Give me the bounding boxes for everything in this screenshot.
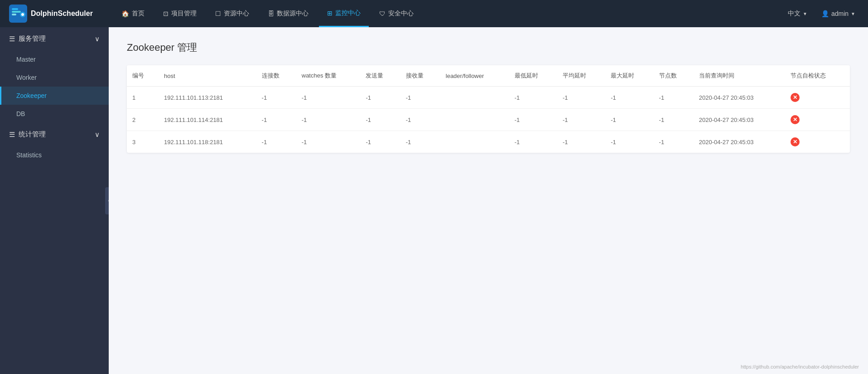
col-id: 编号 <box>127 65 159 87</box>
table-cell: 2020-04-27 20:45:03 <box>694 109 785 131</box>
nav-home[interactable]: 🏠 首页 <box>113 0 153 27</box>
status-cell: ✕ <box>785 109 850 131</box>
zookeeper-table-container: 编号 host 连接数 watches 数量 发送量 接收量 leader/fo… <box>127 65 850 153</box>
col-connections: 连接数 <box>256 65 296 87</box>
nav-monitor-label: 监控中心 <box>335 9 361 17</box>
sidebar-group-service-label: 服务管理 <box>19 34 46 43</box>
nav-monitor[interactable]: ⊞ 监控中心 <box>319 0 369 27</box>
table-cell: 2020-04-27 20:45:03 <box>694 131 785 153</box>
table-body: 1192.111.101.113:2181-1-1-1-1-1-1-1-1202… <box>127 87 850 153</box>
table-cell: 192.111.101.114:2181 <box>159 109 256 131</box>
resource-icon: ☐ <box>215 10 221 17</box>
table-header: 编号 host 连接数 watches 数量 发送量 接收量 leader/fo… <box>127 65 850 87</box>
nav-security-label: 安全中心 <box>388 10 414 18</box>
table-cell: -1 <box>400 87 440 109</box>
menu-icon: ☰ <box>9 35 15 43</box>
sidebar-worker-label: Worker <box>16 74 37 81</box>
zookeeper-table: 编号 host 连接数 watches 数量 发送量 接收量 leader/fo… <box>127 65 850 153</box>
table-cell: -1 <box>360 87 400 109</box>
svg-rect-1 <box>12 8 18 10</box>
user-icon: 👤 <box>821 10 829 17</box>
table-row: 1192.111.101.113:2181-1-1-1-1-1-1-1-1202… <box>127 87 850 109</box>
sidebar-item-worker[interactable]: Worker <box>0 68 109 87</box>
sidebar-item-zookeeper[interactable]: Zookeeper <box>0 87 109 105</box>
project-icon: ⊡ <box>163 10 169 17</box>
sidebar-item-db[interactable]: DB <box>0 105 109 123</box>
table-header-row: 编号 host 连接数 watches 数量 发送量 接收量 leader/fo… <box>127 65 850 87</box>
table-cell: -1 <box>509 131 557 153</box>
col-node-count: 节点数 <box>654 65 694 87</box>
app-name: DolphinScheduler <box>31 10 93 18</box>
table-cell: -1 <box>256 109 296 131</box>
sidebar-master-label: Master <box>16 56 36 63</box>
col-host: host <box>159 65 256 87</box>
status-badge: ✕ <box>791 137 800 146</box>
sidebar: ☰ 服务管理 ∨ Master Worker Zookeeper DB ☰ <box>0 27 109 374</box>
table-cell: -1 <box>654 131 694 153</box>
table-cell: -1 <box>296 109 361 131</box>
sidebar-group-stats-header[interactable]: ☰ 统计管理 ∨ <box>0 123 109 146</box>
table-cell: -1 <box>509 87 557 109</box>
lang-switcher[interactable]: 中文 ▼ <box>784 7 811 20</box>
nav-project[interactable]: ⊡ 项目管理 <box>155 0 205 27</box>
table-cell: -1 <box>605 109 653 131</box>
col-received: 接收量 <box>400 65 440 87</box>
sidebar-group-service-header[interactable]: ☰ 服务管理 ∨ <box>0 27 109 50</box>
col-watches: watches 数量 <box>296 65 361 87</box>
logo-icon <box>9 5 27 23</box>
col-query-time: 当前查询时间 <box>694 65 785 87</box>
sidebar-item-statistics[interactable]: Statistics <box>0 146 109 164</box>
table-cell: -1 <box>654 87 694 109</box>
table-cell: -1 <box>557 87 605 109</box>
nav-right: 中文 ▼ 👤 admin ▼ <box>784 7 859 20</box>
nav-datasource[interactable]: 🗄 数据源中心 <box>260 0 317 27</box>
nav-resource[interactable]: ☐ 资源中心 <box>207 0 257 27</box>
user-dropdown-icon: ▼ <box>851 11 855 16</box>
stats-menu-icon: ☰ <box>9 131 15 139</box>
svg-rect-3 <box>12 14 16 15</box>
sidebar-item-master[interactable]: Master <box>0 50 109 68</box>
table-cell: -1 <box>400 131 440 153</box>
col-status: 节点自检状态 <box>785 65 850 87</box>
logo-area: DolphinScheduler <box>9 5 100 23</box>
col-sent: 发送量 <box>360 65 400 87</box>
status-cell: ✕ <box>785 87 850 109</box>
datasource-icon: 🗄 <box>268 10 274 17</box>
sidebar-collapse-toggle[interactable]: ‹ <box>105 187 109 214</box>
table-cell: -1 <box>654 109 694 131</box>
status-badge: ✕ <box>791 115 800 124</box>
table-cell <box>440 131 509 153</box>
security-icon: 🛡 <box>379 10 386 17</box>
table-cell: 2 <box>127 109 159 131</box>
nav-security[interactable]: 🛡 安全中心 <box>371 0 422 27</box>
table-cell: -1 <box>360 109 400 131</box>
sidebar-statistics-label: Statistics <box>16 151 42 159</box>
nav-project-label: 项目管理 <box>171 10 197 18</box>
service-collapse-icon: ∨ <box>95 35 100 43</box>
table-cell: 1 <box>127 87 159 109</box>
table-cell: -1 <box>296 87 361 109</box>
table-row: 2192.111.101.114:2181-1-1-1-1-1-1-1-1202… <box>127 109 850 131</box>
table-cell: -1 <box>557 131 605 153</box>
nav-home-label: 首页 <box>132 10 145 18</box>
page-title: Zookeeper 管理 <box>127 41 850 54</box>
nav-resource-label: 资源中心 <box>224 10 249 18</box>
sidebar-group-service-left: ☰ 服务管理 <box>9 34 46 43</box>
table-cell: 192.111.101.113:2181 <box>159 87 256 109</box>
monitor-icon: ⊞ <box>327 10 333 17</box>
footer-text: https://github.com/apache/incubator-dolp… <box>741 364 859 369</box>
sidebar-group-stats: ☰ 统计管理 ∨ Statistics <box>0 123 109 164</box>
table-cell <box>440 109 509 131</box>
sidebar-db-label: DB <box>16 110 25 117</box>
table-cell <box>440 87 509 109</box>
main-layout: ☰ 服务管理 ∨ Master Worker Zookeeper DB ☰ <box>0 27 868 374</box>
col-leader-follower: leader/follower <box>440 65 509 87</box>
table-cell: -1 <box>509 109 557 131</box>
user-menu[interactable]: 👤 admin ▼ <box>818 8 859 19</box>
table-cell: -1 <box>360 131 400 153</box>
sidebar-group-stats-label: 统计管理 <box>19 130 46 139</box>
status-badge: ✕ <box>791 93 800 102</box>
nav-items: 🏠 首页 ⊡ 项目管理 ☐ 资源中心 🗄 数据源中心 ⊞ 监控中心 🛡 安全中心 <box>113 0 784 27</box>
sidebar-group-stats-left: ☰ 统计管理 <box>9 130 46 139</box>
table-cell: -1 <box>605 131 653 153</box>
